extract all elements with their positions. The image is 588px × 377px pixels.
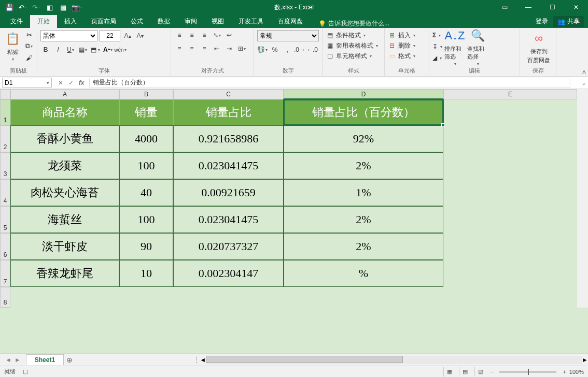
- cell-c8[interactable]: [173, 287, 284, 308]
- cell-b3[interactable]: 100: [119, 152, 173, 179]
- zoom-out-icon[interactable]: −: [490, 369, 493, 375]
- conditional-format-button[interactable]: ▤条件格式▾: [326, 30, 381, 40]
- fx-icon[interactable]: fx: [77, 79, 86, 86]
- close-icon[interactable]: ✕: [564, 0, 588, 15]
- cell-d2[interactable]: 92%: [284, 125, 443, 152]
- sheet-nav-prev-icon[interactable]: ◄: [5, 356, 11, 364]
- row-header-2[interactable]: 2: [0, 125, 10, 152]
- tab-data[interactable]: 数据: [150, 15, 177, 28]
- comma-icon[interactable]: ,: [282, 45, 292, 55]
- decrease-decimal-icon[interactable]: ←.0: [307, 45, 317, 55]
- cell-d6[interactable]: 2%: [284, 233, 443, 260]
- phonetic-button[interactable]: wén▾: [115, 45, 125, 55]
- ribbon-options-icon[interactable]: ▭: [493, 0, 516, 15]
- cell-e5[interactable]: [443, 206, 577, 233]
- cell-d5[interactable]: 2%: [284, 206, 443, 233]
- macro-record-icon[interactable]: ▢: [23, 368, 28, 375]
- new-sheet-button[interactable]: ⊕: [64, 356, 75, 364]
- vscroll-up[interactable]: [577, 89, 588, 99]
- cell-a4[interactable]: 肉松夹心海苔: [10, 179, 119, 206]
- wrap-text-icon[interactable]: ↩: [224, 30, 234, 40]
- name-box[interactable]: D1 ▾: [2, 78, 52, 88]
- cell-b8[interactable]: [119, 287, 173, 308]
- qat-btn-2[interactable]: ▦: [58, 2, 68, 12]
- save-icon[interactable]: 💾: [4, 2, 15, 12]
- enter-formula-icon[interactable]: ✓: [66, 79, 76, 86]
- cell-style-button[interactable]: ▢单元格样式▾: [326, 51, 381, 61]
- col-header-d[interactable]: D: [284, 89, 443, 99]
- align-left-icon[interactable]: ≡: [174, 44, 185, 54]
- align-middle-icon[interactable]: ≡: [187, 30, 197, 40]
- share-button[interactable]: 👥 共享: [553, 16, 584, 27]
- tab-formulas[interactable]: 公式: [123, 15, 150, 28]
- increase-font-icon[interactable]: A▴: [122, 31, 133, 41]
- tab-developer[interactable]: 开发工具: [231, 15, 271, 28]
- col-header-c[interactable]: C: [173, 89, 284, 99]
- cell-d3[interactable]: 2%: [284, 152, 443, 179]
- login-link[interactable]: 登录: [536, 17, 548, 26]
- font-size[interactable]: [100, 30, 120, 41]
- hscroll-left-icon[interactable]: ⋮: [193, 356, 200, 364]
- delete-cells-button[interactable]: ⊟删除▾: [388, 40, 426, 51]
- cell-c3[interactable]: 0.023041475: [173, 152, 284, 179]
- indent-dec-icon[interactable]: ⇤: [212, 44, 222, 54]
- fill-color-button[interactable]: ⬒▾: [90, 45, 101, 55]
- sort-filter-button[interactable]: A↓Z 排序和筛选▾: [444, 27, 465, 66]
- tab-view[interactable]: 视图: [204, 15, 231, 28]
- hscroll-left-btn[interactable]: ◄: [200, 356, 206, 364]
- expand-formula-icon[interactable]: ⌄: [580, 77, 588, 89]
- redo-icon[interactable]: ↷▾: [31, 2, 41, 12]
- cell-e3[interactable]: [443, 152, 577, 179]
- tab-layout[interactable]: 页面布局: [84, 15, 123, 28]
- hscrollbar[interactable]: [206, 356, 582, 364]
- tab-file[interactable]: 文件: [3, 15, 30, 28]
- qat-btn-1[interactable]: ◧: [45, 2, 55, 12]
- formula-input[interactable]: 销量占比（百分数）: [89, 78, 570, 88]
- collapse-ribbon-icon[interactable]: ᐱ: [582, 69, 586, 75]
- border-button[interactable]: ▦▾: [78, 45, 88, 55]
- col-header-a[interactable]: A: [10, 89, 119, 99]
- clear-button[interactable]: ◢▾: [432, 53, 442, 63]
- row-header-8[interactable]: 8: [0, 287, 10, 308]
- row-header-3[interactable]: 3: [0, 152, 10, 179]
- merge-icon[interactable]: ⊞▾: [236, 44, 247, 54]
- tab-baidu[interactable]: 百度网盘: [271, 15, 310, 28]
- cell-e4[interactable]: [443, 179, 577, 206]
- decrease-font-icon[interactable]: A▾: [135, 31, 145, 41]
- cell-e2[interactable]: [443, 125, 577, 152]
- cell-b4[interactable]: 40: [119, 179, 173, 206]
- align-bottom-icon[interactable]: ≡: [199, 30, 209, 40]
- align-right-icon[interactable]: ≡: [199, 44, 209, 54]
- tab-insert[interactable]: 插入: [57, 15, 84, 28]
- row-header-5[interactable]: 5: [0, 206, 10, 233]
- cell-c6[interactable]: 0.020737327: [173, 233, 284, 260]
- bold-button[interactable]: B: [40, 45, 51, 55]
- underline-button[interactable]: U▾: [65, 45, 76, 55]
- qat-btn-3[interactable]: 📷▾: [72, 2, 82, 12]
- fill-button[interactable]: ↧▾: [432, 41, 442, 52]
- cell-b7[interactable]: 10: [119, 260, 173, 287]
- view-page-layout-icon[interactable]: ▤: [459, 367, 471, 376]
- col-header-e[interactable]: E: [443, 89, 577, 99]
- zoom-level[interactable]: 100%: [569, 369, 584, 375]
- table-format-button[interactable]: ▦套用表格格式▾: [326, 40, 381, 51]
- cell-b6[interactable]: 90: [119, 233, 173, 260]
- cell-a2[interactable]: 香酥小黄鱼: [10, 125, 119, 152]
- cell-b5[interactable]: 100: [119, 206, 173, 233]
- save-baidu-button[interactable]: ∞ 保存到 百度网盘: [523, 30, 554, 64]
- cell-c5[interactable]: 0.023041475: [173, 206, 284, 233]
- font-color-button[interactable]: A▾: [103, 45, 113, 55]
- autosum-button[interactable]: Σ▾: [432, 30, 442, 40]
- cell-d1[interactable]: 销量占比（百分数）: [284, 99, 443, 125]
- cell-c7[interactable]: 0.002304147: [173, 260, 284, 287]
- hscroll-right-btn[interactable]: ►: [582, 356, 588, 364]
- paste-button[interactable]: 📋 粘贴 ▾: [3, 31, 22, 62]
- row-header-4[interactable]: 4: [0, 179, 10, 206]
- cell-d8[interactable]: [284, 287, 443, 308]
- number-format[interactable]: 常规: [257, 30, 319, 41]
- cell-a5[interactable]: 海蜇丝: [10, 206, 119, 233]
- align-center-icon[interactable]: ≡: [187, 44, 197, 54]
- maximize-icon[interactable]: ☐: [540, 0, 564, 15]
- cell-e7[interactable]: [443, 260, 577, 287]
- align-top-icon[interactable]: ≡: [174, 30, 185, 40]
